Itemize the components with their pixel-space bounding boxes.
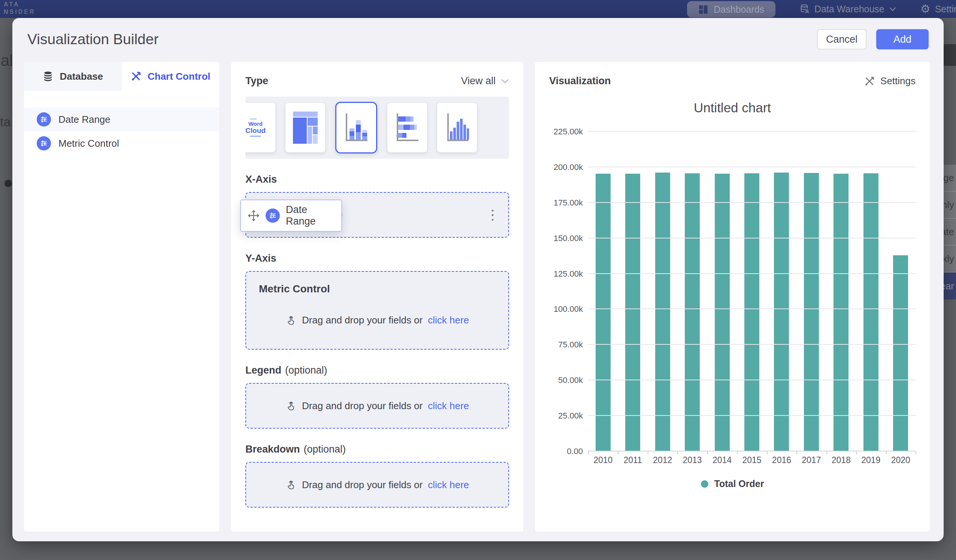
gridline — [588, 238, 915, 238]
dashboards-icon — [698, 5, 708, 15]
x-axis-category-label: 2015 — [737, 455, 766, 465]
legend-marker — [701, 480, 708, 488]
tap-hand-icon — [285, 315, 297, 326]
chart-type-treemap[interactable] — [285, 103, 325, 152]
legend-dropzone[interactable]: Drag and drop your fields or click here — [245, 383, 509, 428]
bar-cell — [826, 132, 856, 452]
y-axis-heading: Y-Axis — [245, 253, 509, 264]
y-axis-tick-label: 225.00k — [553, 127, 583, 136]
chart-type-stacked-column-selected[interactable] — [335, 102, 377, 154]
gridline — [588, 344, 915, 345]
x-axis-tick — [796, 452, 797, 455]
builder-panel: Type View all Word Cloud — [231, 62, 523, 532]
nav-data-warehouse-label: Data Warehouse — [814, 4, 884, 15]
view-all-dropdown[interactable]: View all — [461, 75, 509, 87]
x-axis-tick — [618, 452, 618, 455]
bar — [685, 173, 700, 452]
view-all-label: View all — [461, 75, 495, 87]
field-metric-control-label: Metric Control — [58, 138, 119, 149]
chart-bars — [588, 132, 915, 452]
background-save-icon — [942, 44, 956, 66]
chart-y-labels: 0.0025.00k50.00k75.00k100.00k125.00k150.… — [549, 132, 588, 452]
chart-type-word-cloud[interactable]: Word Cloud — [245, 103, 275, 152]
x-axis-category-label: 2019 — [856, 455, 885, 465]
x-axis-dropzone[interactable]: Date Range Date Range — [245, 192, 509, 238]
y-axis-tick-label: 100.00k — [553, 304, 583, 314]
y-axis-dropzone[interactable]: Metric Control Drag and drop your fields… — [245, 271, 509, 350]
modal-header: Visualization Builder Cancel Add — [13, 18, 943, 49]
modal-body: Database Chart Control Date Range — [13, 62, 943, 532]
bar — [833, 174, 849, 452]
tab-database-label: Database — [60, 71, 103, 82]
bar — [774, 173, 789, 452]
chart-plot — [588, 132, 915, 452]
nav-data-warehouse[interactable]: Data Warehouse — [799, 4, 896, 15]
chart-title: Untitled chart — [549, 100, 915, 115]
visualization-panel: Visualization Settings Untitled chart 0.… — [535, 62, 930, 532]
sliders-icon — [266, 209, 280, 223]
x-axis-tick — [707, 452, 708, 455]
y-axis-tick-label: 25.00k — [558, 411, 583, 421]
click-here-link[interactable]: click here — [428, 314, 469, 326]
stacked-column-thumbnail — [344, 112, 369, 143]
modal-title: Visualization Builder — [27, 31, 159, 47]
tab-database[interactable]: Database — [24, 62, 122, 91]
chart-settings-label: Settings — [881, 75, 915, 87]
y-axis-tick-label: 125.00k — [553, 269, 583, 279]
field-date-range[interactable]: Date Range — [24, 107, 219, 132]
bar-cell — [737, 132, 766, 452]
drag-chip-label: Date Range — [286, 204, 335, 227]
y-axis-tick-label: 175.00k — [553, 198, 583, 208]
chart-area: 0.0025.00k50.00k75.00k100.00k125.00k150.… — [549, 132, 915, 452]
bar-cell — [588, 132, 618, 452]
treemap-thumbnail — [293, 111, 318, 144]
legend-heading: Legend(optional) — [245, 365, 509, 376]
click-here-link[interactable]: click here — [428, 479, 469, 491]
bar-cell — [767, 132, 796, 452]
breakdown-dropzone[interactable]: Drag and drop your fields or click here — [245, 462, 509, 508]
x-axis-category-label: 2020 — [886, 455, 915, 465]
click-here-link[interactable]: click here — [428, 400, 469, 412]
gridline — [588, 309, 915, 309]
x-axis-tick — [648, 452, 648, 455]
data-warehouse-icon — [799, 4, 810, 14]
top-nav: ATA NSIDER Dashboards Data Warehouse Set… — [0, 0, 956, 18]
chart-type-stacked-bar[interactable] — [387, 103, 427, 152]
bar — [744, 173, 759, 452]
y-axis-tick-label: 50.00k — [558, 375, 583, 385]
field-date-range-label: Date Range — [58, 114, 110, 125]
field-metric-control[interactable]: Metric Control — [24, 132, 219, 155]
x-axis-category-label: 2017 — [796, 455, 826, 465]
chevron-down-icon — [501, 78, 509, 84]
x-axis-category-label: 2011 — [618, 455, 647, 465]
chart-legend-item[interactable]: Total Order — [549, 478, 915, 489]
sidebar-tabs: Database Chart Control — [24, 62, 219, 91]
move-icon — [248, 210, 259, 221]
cancel-button[interactable]: Cancel — [817, 29, 866, 49]
add-button[interactable]: Add — [876, 29, 929, 49]
date-range-drag-chip[interactable]: Date Range — [240, 199, 342, 232]
bar — [625, 174, 640, 452]
bar — [893, 255, 908, 452]
bar — [715, 174, 730, 452]
y-axis-tick-label: 200.00k — [553, 162, 583, 172]
chart-settings-button[interactable]: Settings — [864, 75, 915, 87]
breakdown-heading-label: Breakdown — [245, 444, 300, 455]
x-axis-tick — [677, 452, 678, 455]
gridline — [588, 131, 915, 132]
breakdown-heading: Breakdown(optional) — [245, 444, 509, 455]
x-axis-tick — [915, 452, 916, 455]
background-text-fragment: al — [1, 52, 13, 70]
background-bullet — [5, 180, 12, 187]
app-logo-line2: NSIDER — [4, 8, 35, 16]
x-axis-tick — [826, 452, 827, 455]
sliders-icon — [37, 112, 51, 127]
column-thumbnail — [444, 112, 470, 143]
x-axis-category-label: 2018 — [826, 455, 856, 465]
app-logo: ATA NSIDER — [4, 1, 35, 16]
nav-dashboards[interactable]: Dashboards — [687, 1, 775, 17]
kebab-menu-icon[interactable] — [486, 207, 499, 223]
tab-chart-control[interactable]: Chart Control — [122, 62, 220, 91]
chart-type-column[interactable] — [437, 103, 477, 152]
nav-settings[interactable]: Settings — [920, 3, 956, 15]
